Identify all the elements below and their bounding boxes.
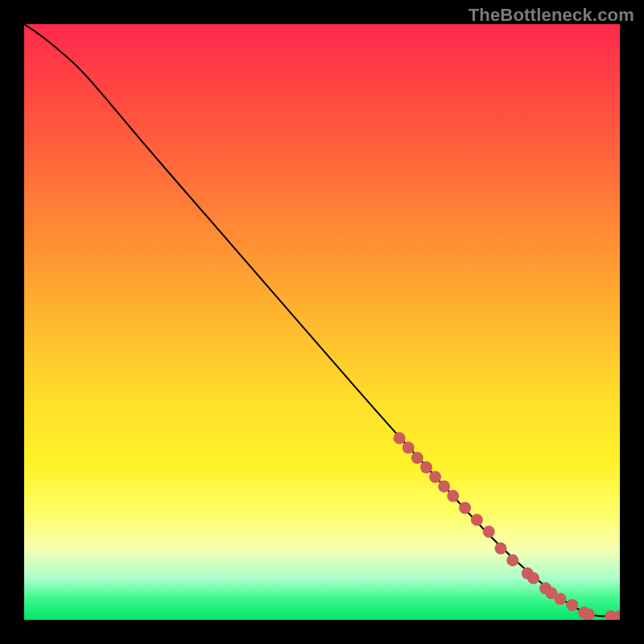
- data-point: [429, 471, 441, 483]
- data-point: [459, 502, 471, 514]
- data-point: [495, 543, 507, 555]
- figure-root: TheBottleneck.com: [0, 0, 644, 644]
- data-point: [527, 572, 539, 584]
- data-point: [402, 442, 415, 454]
- data-point: [555, 593, 567, 605]
- data-point: [438, 481, 450, 493]
- data-point: [447, 490, 459, 502]
- data-point: [566, 599, 578, 611]
- chart-overlay-svg: [24, 24, 620, 620]
- bottleneck-curve: [24, 24, 620, 617]
- data-point: [506, 555, 518, 567]
- scatter-points: [394, 432, 620, 620]
- data-point: [420, 461, 432, 473]
- data-point: [411, 452, 423, 464]
- watermark-text: TheBottleneck.com: [469, 5, 634, 26]
- data-point: [483, 526, 495, 538]
- data-point: [394, 432, 406, 444]
- data-point: [471, 514, 483, 526]
- plot-area: [24, 24, 620, 620]
